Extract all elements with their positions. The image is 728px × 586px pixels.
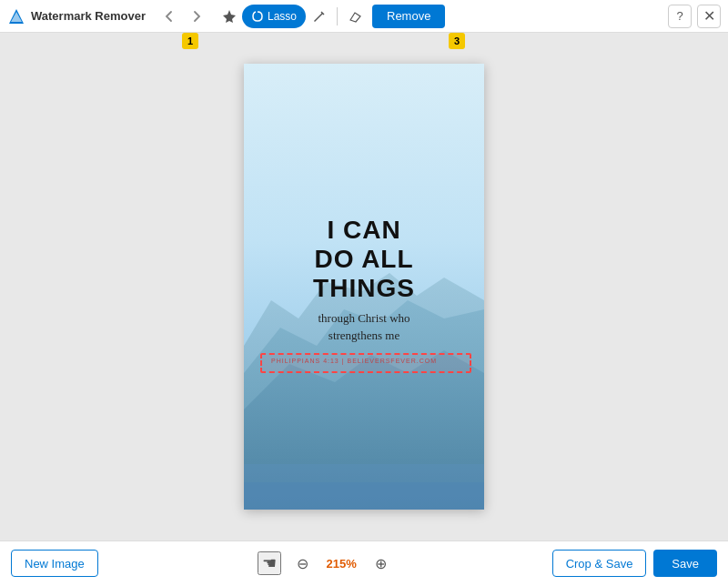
pin-button[interactable] bbox=[217, 4, 242, 29]
back-button[interactable] bbox=[157, 4, 182, 29]
canvas-area: I CAN DO ALL THINGS through Christ who s… bbox=[0, 33, 728, 541]
crop-save-button[interactable]: Crop & Save bbox=[552, 550, 647, 577]
help-button[interactable]: ? bbox=[668, 5, 692, 28]
pin-icon bbox=[222, 9, 237, 24]
svg-rect-5 bbox=[244, 482, 484, 510]
app-title: Watermark Remover bbox=[31, 9, 146, 23]
lasso-icon bbox=[251, 10, 264, 23]
forward-icon bbox=[190, 10, 203, 23]
hand-icon: ☚ bbox=[262, 553, 277, 573]
pan-button[interactable]: ☚ bbox=[258, 551, 281, 575]
erase-button[interactable] bbox=[343, 4, 369, 29]
badge-3: 3 bbox=[449, 33, 465, 49]
zoom-in-icon: ⊕ bbox=[375, 555, 387, 572]
zoom-in-button[interactable]: ⊕ bbox=[369, 551, 392, 575]
divider bbox=[337, 7, 338, 25]
zoom-out-icon: ⊖ bbox=[297, 555, 308, 572]
image-wrapper: I CAN DO ALL THINGS through Christ who s… bbox=[244, 64, 484, 510]
app-logo-icon bbox=[7, 7, 25, 25]
forward-button[interactable] bbox=[184, 4, 209, 29]
image-main-text: I CAN DO ALL THINGS bbox=[256, 216, 472, 304]
remove-button[interactable]: Remove bbox=[372, 5, 445, 28]
bottom-toolbar: New Image ☚ ⊖ 215% ⊕ Crop & Save Save bbox=[0, 541, 728, 586]
bottom-actions: New Image ☚ ⊖ 215% ⊕ Crop & Save Save bbox=[0, 541, 728, 586]
window-controls: ? ✕ bbox=[668, 5, 721, 28]
image-canvas[interactable]: I CAN DO ALL THINGS through Christ who s… bbox=[244, 64, 484, 510]
zoom-level: 215% bbox=[323, 557, 359, 571]
image-sub-text: through Christ who strengthens me bbox=[256, 309, 472, 345]
nav-group bbox=[157, 4, 209, 29]
right-buttons: Crop & Save Save bbox=[552, 550, 717, 577]
image-text-container: I CAN DO ALL THINGS through Christ who s… bbox=[256, 216, 472, 345]
lasso-button[interactable]: Lasso bbox=[242, 5, 306, 28]
new-image-button[interactable]: New Image bbox=[11, 550, 98, 577]
badge-1: 1 bbox=[182, 33, 198, 49]
zoom-out-button[interactable]: ⊖ bbox=[290, 551, 314, 575]
close-button[interactable]: ✕ bbox=[697, 5, 721, 28]
erase-icon bbox=[349, 9, 363, 24]
pen-button[interactable] bbox=[306, 4, 331, 29]
save-button[interactable]: Save bbox=[653, 550, 717, 577]
watermark-area: PHILIPPIANS 4:13 | BELIEVERSFEVER.COM bbox=[271, 352, 466, 369]
back-icon bbox=[163, 10, 176, 23]
pen-icon bbox=[311, 9, 326, 24]
titlebar: Watermark Remover Lasso bbox=[0, 0, 728, 33]
